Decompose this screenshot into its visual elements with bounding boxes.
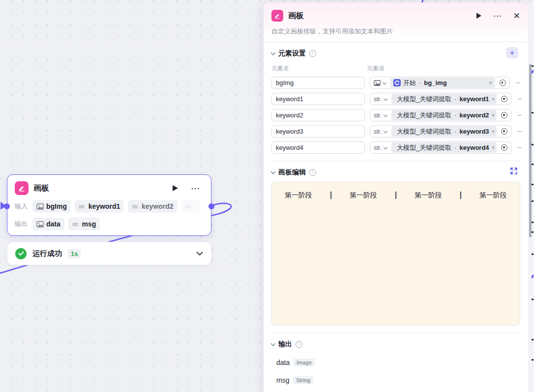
input-chip-keyword1[interactable]: str. keyword1 [75,200,124,213]
preview-separator: | [460,190,462,199]
node-input-row: 输入 bgImg str. keyword1 str. keyword2 str… [15,200,204,213]
reference-chip[interactable]: 大模型_关键词提取 · keyword3 × [391,126,497,137]
section-title: 输出 [278,340,292,349]
col-element-name: 元素名 [271,64,289,73]
input-chip-overflow: str. [181,200,200,213]
chevron-down-icon [384,145,387,149]
collapse-chevron-icon[interactable] [271,169,276,174]
type-badge: Image [294,359,315,366]
panel-more-button[interactable]: ⋯ [493,12,502,20]
node-output-label: 输出 [15,220,29,228]
locate-source-icon[interactable] [501,112,507,118]
remove-row-button[interactable]: − [517,144,522,152]
preview-separator: | [395,190,397,199]
clear-reference-icon[interactable]: × [489,80,492,86]
element-row: str. 大模型_关键词提取 · keyword1 × − [271,93,520,105]
panel-header: 画板 ⋯ ✕ 自定义画板排版，支持引用添加文本和图片 [264,2,528,42]
preview-text[interactable]: 第一阶段 [415,190,442,200]
node-more-button[interactable]: ⋯ [191,184,201,193]
element-row: 开始 · bg_img × − [271,77,520,89]
element-name-input[interactable] [271,109,365,121]
locate-source-icon[interactable] [501,128,507,135]
chevron-down-icon [384,96,387,100]
clear-reference-icon[interactable]: × [492,128,495,135]
element-name-input[interactable] [271,93,365,105]
preview-text[interactable]: 第一阶段 [285,190,312,200]
panel-run-button[interactable] [476,13,481,19]
remove-row-button[interactable]: − [517,112,522,119]
reference-chip[interactable]: 大模型_关键词提取 · keyword1 × [391,94,497,104]
run-duration-badge: 1s [68,249,81,258]
image-icon [36,203,44,210]
preview-text[interactable]: 第一阶段 [350,190,377,200]
remove-row-button[interactable]: − [517,95,522,103]
run-status-card[interactable]: 运行成功 1s [7,242,211,265]
input-chip-bgimg[interactable]: bgImg [32,200,71,213]
panel-description: 自定义画板排版，支持引用添加文本和图片 [271,27,520,36]
type-selector[interactable]: str. [370,96,390,103]
element-value-group[interactable]: str. 大模型_关键词提取 · keyword3 × [370,125,511,138]
section-output: 输出 data Image msg String [264,333,528,384]
element-value-group[interactable]: str. 大模型_关键词提取 · keyword1 × [370,93,511,105]
element-value-group[interactable]: str. 大模型_关键词提取 · keyword4 × [370,141,511,154]
chevron-down-icon [383,80,386,84]
board-preview-canvas[interactable]: 第一阶段 | 第一阶段 | 第一阶段 | 第一阶段 [271,182,520,326]
element-name-input[interactable] [271,141,365,154]
reference-chip[interactable]: 开始 · bg_img × [390,78,495,88]
reference-chip[interactable]: 大模型_关键词提取 · keyword2 × [391,110,497,120]
column-headers: 元素名 元素值 [271,64,520,73]
node-title: 画板 [33,183,168,194]
collapse-chevron-icon[interactable] [271,341,276,346]
input-chip-keyword2[interactable]: str. keyword2 [128,200,177,213]
chevron-down-icon[interactable] [196,252,203,256]
element-row: str. 大模型_关键词提取 · keyword2 × − [271,109,520,121]
input-port[interactable] [4,203,10,209]
output-chip-msg[interactable]: str. msg [68,218,100,230]
info-icon [309,169,316,176]
element-row: str. 大模型_关键词提取 · keyword3 × − [271,125,520,138]
type-selector[interactable] [370,80,389,86]
clear-reference-icon[interactable]: × [492,144,495,151]
panel-close-button[interactable]: ✕ [513,12,520,20]
panel-scrollbar-thumb[interactable] [529,64,532,237]
locate-source-icon[interactable] [501,144,507,151]
panel-title: 画板 [288,11,472,21]
output-field: data Image [271,359,520,366]
add-element-button[interactable]: + [506,47,518,58]
canvas-board-icon [271,10,283,22]
info-icon [296,341,302,348]
element-value-group[interactable]: str. 大模型_关键词提取 · keyword2 × [370,109,511,121]
info-icon [309,50,316,57]
locate-source-icon[interactable] [500,80,506,86]
collapse-chevron-icon[interactable] [271,51,276,56]
remove-row-button[interactable]: − [516,79,520,87]
element-value-group[interactable]: 开始 · bg_img × [370,77,510,89]
expand-fullscreen-icon[interactable] [510,168,517,174]
output-field: msg String [271,376,520,384]
canvas-node-card[interactable]: 画板 ⋯ 输入 bgImg str. keyword1 str. keyword… [7,174,211,236]
preview-text[interactable]: 第一阶段 [479,190,507,200]
canvas-board-icon [15,181,29,195]
preview-separator: | [330,190,332,199]
start-node-icon [393,79,401,86]
locate-source-icon[interactable] [501,96,507,102]
image-icon [36,221,44,227]
element-name-input[interactable] [271,77,365,89]
clear-reference-icon[interactable]: × [492,96,495,103]
output-chip-data[interactable]: data [32,218,64,230]
chevron-down-icon [384,129,387,133]
element-name-input[interactable] [271,125,365,138]
remove-row-button[interactable]: − [517,128,522,136]
type-selector[interactable]: str. [370,128,390,135]
col-element-value: 元素值 [367,64,385,73]
section-board-editor: 画板编辑 第一阶段 | 第一阶段 | 第一阶段 | 第一阶段 [264,161,528,333]
output-port[interactable] [208,203,214,209]
clear-reference-icon[interactable]: × [492,112,495,119]
type-selector[interactable]: str. [370,112,390,119]
node-run-button[interactable] [173,185,178,191]
type-selector[interactable]: str. [370,144,390,151]
reference-chip[interactable]: 大模型_关键词提取 · keyword4 × [391,142,497,153]
edge-clipped-nodes [532,0,534,392]
node-config-panel: 画板 ⋯ ✕ 自定义画板排版，支持引用添加文本和图片 元素设置 + 元素名 元素… [264,2,528,392]
run-status-label: 运行成功 [32,249,62,258]
